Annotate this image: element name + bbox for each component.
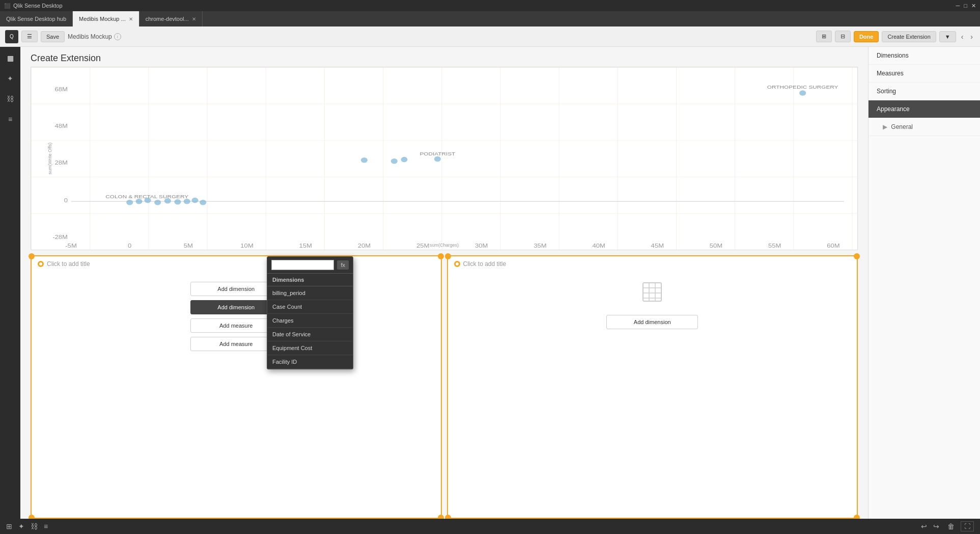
svg-text:30M: 30M [475, 243, 488, 249]
title-bar-text: Qlik Sense Desktop [13, 3, 63, 9]
tab-devtool[interactable]: chrome-devtool... ✕ [139, 11, 203, 26]
handle-br[interactable] [438, 515, 444, 519]
info-icon[interactable]: i [114, 33, 121, 40]
svg-text:10M: 10M [240, 243, 253, 249]
toolbar-right: ⊞ ⊟ Done Create Extension ▼ ‹ › [816, 31, 975, 42]
sidebar-chart-icon[interactable]: ▦ [4, 52, 16, 64]
svg-text:48M: 48M [55, 123, 68, 129]
panel-right-drag-handle[interactable] [454, 261, 460, 267]
tab-medibis[interactable]: Medibis Mockup ... ✕ [73, 11, 139, 26]
dropdown-item-facility[interactable]: Facility ID [267, 355, 353, 369]
svg-text:35M: 35M [534, 243, 546, 249]
handle-bl[interactable] [29, 515, 35, 519]
sidebar-layers-icon[interactable]: ≡ [4, 113, 16, 125]
handle-r-tr[interactable] [854, 253, 860, 259]
svg-point-40 [799, 90, 806, 96]
content-area: Create Extension Original Scatterplot su… [20, 47, 868, 519]
svg-point-35 [361, 157, 368, 163]
title-bar: ⬛ Qlik Sense Desktop ─ □ ✕ [0, 0, 980, 11]
done-button[interactable]: Done [854, 31, 879, 42]
dropdown-item-billing[interactable]: billing_period [267, 286, 353, 300]
chart-container: sum(Write Offs) sum(Charges) [31, 67, 857, 250]
tab-hub[interactable]: Qlik Sense Desktop hub [0, 11, 73, 26]
svg-text:68M: 68M [55, 87, 68, 93]
dropdown-popup: fx Dimensions billing_period Case Count … [267, 256, 353, 369]
svg-text:5M: 5M [184, 243, 193, 249]
qlik-logo: Q [5, 30, 18, 43]
sidebar-general-arrow: ▶ [883, 123, 887, 130]
tab-hub-label: Qlik Sense Desktop hub [6, 16, 66, 22]
svg-text:25M: 25M [416, 243, 429, 249]
dropdown-item-casecount[interactable]: Case Count [267, 300, 353, 314]
svg-text:60M: 60M [827, 243, 839, 249]
chart-section: Original Scatterplot sum(Write Offs) sum… [31, 67, 858, 250]
undo-button[interactable]: ↩ [919, 521, 929, 531]
panel-right-title[interactable]: Click to add title [463, 260, 507, 268]
svg-text:ORTHOPEDIC SURGERY: ORTHOPEDIC SURGERY [767, 84, 838, 90]
status-puzzle-icon[interactable]: ✦ [18, 522, 24, 530]
save-button[interactable]: Save [41, 31, 65, 42]
status-icons-right: ↩ ↪ 🗑 ⛶ [919, 521, 974, 531]
nav-forward-button[interactable]: › [968, 33, 975, 41]
create-extension-button[interactable]: Create Extension [882, 31, 936, 42]
svg-point-33 [200, 200, 206, 205]
sidebar-puzzle-icon[interactable]: ✦ [4, 72, 16, 85]
status-link-icon[interactable]: ⛓ [31, 522, 38, 530]
svg-text:-5M: -5M [65, 243, 77, 249]
sidebar-sorting[interactable]: Sorting [869, 83, 980, 100]
svg-text:20M: 20M [358, 243, 371, 249]
main-layout: ▦ ✦ ⛓ ≡ Create Extension Original Scatte… [0, 47, 980, 519]
dropdown-item-dos[interactable]: Date of Service [267, 328, 353, 341]
svg-text:0: 0 [64, 198, 68, 204]
svg-point-30 [174, 199, 181, 205]
nav-menu-button[interactable]: ☰ [21, 31, 38, 42]
svg-point-38 [434, 156, 441, 162]
redo-button[interactable]: ↪ [931, 521, 941, 531]
add-dimension-btn-right[interactable]: Add dimension [606, 315, 698, 329]
panels-area: Click to add title Add dimension Add dim… [31, 255, 858, 519]
sidebar-general-label: General [891, 123, 913, 130]
handle-tr[interactable] [438, 253, 444, 259]
panel-left-drag-handle[interactable] [38, 261, 44, 267]
close-btn[interactable]: ✕ [971, 3, 976, 9]
sidebar-appearance[interactable]: Appearance [869, 100, 980, 118]
left-sidebar: ▦ ✦ ⛓ ≡ [0, 47, 20, 519]
sidebar-measures[interactable]: Measures [869, 65, 980, 83]
extension-options-button[interactable]: ▼ [939, 31, 956, 42]
status-icons-left: ⊞ ✦ ⛓ ≡ [6, 522, 48, 530]
handle-tl[interactable] [29, 253, 35, 259]
panel-left-content: Add dimension Add dimension Add measure … [32, 272, 441, 361]
sidebar-general[interactable]: ▶ General [869, 118, 980, 136]
panel-left-title[interactable]: Click to add title [47, 260, 90, 268]
nav-back-button[interactable]: ‹ [959, 33, 966, 41]
fx-button[interactable]: fx [337, 260, 349, 270]
svg-text:PODIATRIST: PODIATRIST [420, 151, 456, 156]
toolbar: Q ☰ Save Medibis Mockup i ⊞ ⊟ Done Creat… [0, 26, 980, 47]
sidebar-link-icon[interactable]: ⛓ [4, 93, 16, 105]
trash-button[interactable]: 🗑 [945, 521, 957, 531]
right-sidebar: Dimensions Measures Sorting Appearance ▶… [868, 47, 980, 519]
handle-r-tl[interactable] [445, 253, 451, 259]
view-option-button[interactable]: ⊟ [835, 31, 851, 42]
panel-left: Click to add title Add dimension Add dim… [31, 255, 442, 519]
view-mode-button[interactable]: ⊞ [816, 31, 832, 42]
expand-button[interactable]: ⛶ [961, 521, 974, 531]
status-layers-icon[interactable]: ≡ [44, 522, 48, 530]
tab-medibis-close[interactable]: ✕ [129, 16, 133, 22]
status-grid-icon[interactable]: ⊞ [6, 522, 12, 530]
sidebar-dimensions[interactable]: Dimensions [869, 47, 980, 65]
minimize-btn[interactable]: ─ [956, 3, 960, 9]
panel-right-title-area[interactable]: Click to add title [448, 256, 857, 272]
y-axis-label: sum(Write Offs) [47, 143, 52, 175]
svg-text:45M: 45M [651, 243, 664, 249]
panel-right-content: Add dimension [448, 272, 857, 339]
handle-r-br[interactable] [854, 515, 860, 519]
x-axis-label: sum(Charges) [430, 243, 459, 248]
maximize-btn[interactable]: □ [964, 3, 967, 9]
dropdown-item-equipment[interactable]: Equipment Cost [267, 341, 353, 355]
dropdown-item-charges[interactable]: Charges [267, 314, 353, 328]
dropdown-search-input[interactable] [271, 260, 334, 270]
handle-r-bl[interactable] [445, 515, 451, 519]
panel-left-title-area[interactable]: Click to add title [32, 256, 441, 272]
tab-devtool-close[interactable]: ✕ [192, 16, 196, 22]
